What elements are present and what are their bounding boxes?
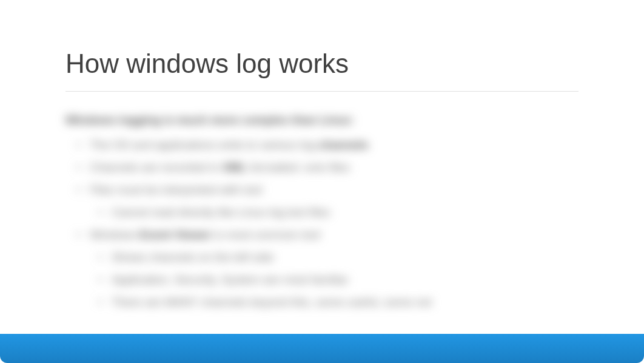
slide-title: How windows log works	[65, 49, 579, 79]
footer-accent-bar	[0, 334, 644, 363]
list-item: Files must be interpreted with tool Cann…	[90, 178, 579, 223]
list-item: Shows channels on the left side	[112, 246, 579, 268]
intro-text: Windows logging is much more complex tha…	[65, 109, 579, 131]
sub-list: Shows channels on the left side Applicat…	[90, 246, 579, 313]
bullet-list: The OS and applications write to various…	[65, 134, 579, 313]
list-item: There are MANY channels beyond this, som…	[112, 291, 579, 313]
list-item: Application, Security, System are most f…	[112, 268, 579, 291]
blurred-content: Windows logging is much more complex tha…	[65, 109, 579, 313]
slide: How windows log works Windows logging is…	[0, 0, 644, 363]
title-divider	[65, 91, 579, 92]
list-item: Cannot read directly like Linux log text…	[112, 201, 579, 223]
sub-list: Cannot read directly like Linux log text…	[90, 201, 579, 223]
list-item: The OS and applications write to various…	[90, 134, 579, 156]
list-item: Channels are recorded in XML formatted .…	[90, 156, 579, 178]
list-item: Windows Event Viewer is most common tool…	[90, 223, 579, 313]
